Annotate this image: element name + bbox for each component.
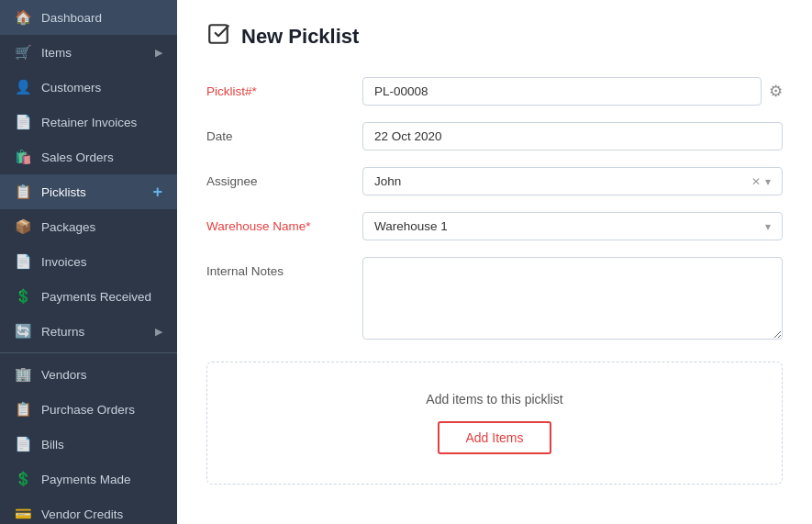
sidebar-item-label: Payments Made bbox=[41, 473, 131, 486]
returns-icon: 🔄 bbox=[15, 323, 32, 340]
customers-icon: 👤 bbox=[15, 79, 32, 95]
assignee-value: John bbox=[374, 174, 401, 188]
page-title: New Picklist bbox=[241, 25, 359, 49]
assignee-select[interactable]: John ✕ ▾ bbox=[362, 167, 783, 195]
add-items-prompt: Add items to this picklist bbox=[426, 392, 562, 407]
warehouse-select-icons: ▾ bbox=[765, 220, 771, 233]
main-content: New Picklist Picklist#* ⚙ Date Assignee … bbox=[177, 0, 812, 524]
sidebar-item-items[interactable]: 🛒 Items ▶ bbox=[0, 35, 177, 70]
sidebar-item-label: Customers bbox=[41, 81, 101, 95]
purchase-orders-icon: 📋 bbox=[15, 401, 32, 418]
payments-made-icon: 💲 bbox=[15, 471, 32, 487]
add-items-button[interactable]: Add Items bbox=[438, 421, 551, 454]
picklist-row: Picklist#* ⚙ bbox=[206, 77, 783, 106]
warehouse-select[interactable]: Warehouse 1 ▾ bbox=[362, 212, 783, 240]
sidebar-item-picklists[interactable]: 📋 Picklists + bbox=[0, 174, 177, 209]
assignee-row: Assignee John ✕ ▾ bbox=[206, 167, 783, 195]
sidebar-item-purchase-orders[interactable]: 📋 Purchase Orders bbox=[0, 392, 177, 427]
sidebar: 🏠 Dashboard 🛒 Items ▶ 👤 Customers 📄 Reta… bbox=[0, 0, 177, 524]
page-header: New Picklist bbox=[206, 22, 783, 51]
notes-row: Internal Notes bbox=[206, 257, 783, 340]
date-input[interactable] bbox=[362, 122, 783, 151]
date-label: Date bbox=[206, 122, 362, 143]
sidebar-item-label: Vendors bbox=[41, 368, 87, 382]
sidebar-item-sales-orders[interactable]: 🛍️ Sales Orders bbox=[0, 139, 177, 174]
picklist-input[interactable] bbox=[362, 77, 762, 106]
sidebar-item-label: Retainer Invoices bbox=[41, 116, 137, 129]
sidebar-item-invoices[interactable]: 📄 Invoices bbox=[0, 244, 177, 279]
sidebar-item-packages[interactable]: 📦 Packages bbox=[0, 209, 177, 244]
notes-field bbox=[362, 257, 783, 340]
warehouse-value: Warehouse 1 bbox=[374, 219, 448, 233]
chevron-right-icon: ▶ bbox=[155, 47, 162, 59]
sidebar-item-label: Returns bbox=[41, 325, 84, 339]
vendor-credits-icon: 💳 bbox=[15, 506, 32, 522]
sidebar-item-label: Dashboard bbox=[41, 11, 102, 25]
assignee-select-icons: ✕ ▾ bbox=[751, 175, 771, 188]
date-field bbox=[362, 122, 783, 151]
sidebar-item-label: Sales Orders bbox=[41, 151, 114, 164]
sidebar-item-label: Purchase Orders bbox=[41, 403, 135, 417]
sidebar-item-payments-made[interactable]: 💲 Payments Made bbox=[0, 462, 177, 496]
gear-icon[interactable]: ⚙ bbox=[769, 82, 783, 101]
sidebar-item-label: Picklists bbox=[41, 185, 86, 199]
sidebar-item-retainer-invoices[interactable]: 📄 Retainer Invoices bbox=[0, 105, 177, 139]
picklist-label: Picklist#* bbox=[206, 77, 362, 98]
payments-received-icon: 💲 bbox=[15, 288, 32, 305]
chevron-down-icon: ▾ bbox=[765, 220, 771, 233]
notes-label: Internal Notes bbox=[206, 257, 362, 278]
svg-rect-0 bbox=[209, 25, 228, 43]
retainer-invoices-icon: 📄 bbox=[15, 114, 32, 130]
picklist-header-icon bbox=[206, 22, 230, 51]
add-items-section: Add items to this picklist Add Items bbox=[206, 362, 783, 485]
sidebar-item-label: Payments Received bbox=[41, 290, 151, 304]
items-icon: 🛒 bbox=[15, 44, 32, 61]
sidebar-item-dashboard[interactable]: 🏠 Dashboard bbox=[0, 0, 177, 35]
chevron-down-icon: ▾ bbox=[765, 175, 771, 188]
packages-icon: 📦 bbox=[15, 218, 32, 235]
sidebar-item-bills[interactable]: 📄 Bills bbox=[0, 427, 177, 462]
sidebar-item-label: Items bbox=[41, 46, 72, 60]
date-row: Date bbox=[206, 122, 783, 151]
vendors-icon: 🏢 bbox=[15, 366, 32, 383]
assignee-label: Assignee bbox=[206, 167, 362, 188]
sales-orders-icon: 🛍️ bbox=[15, 149, 32, 165]
sidebar-item-vendor-credits[interactable]: 💳 Vendor Credits bbox=[0, 496, 177, 524]
warehouse-label: Warehouse Name* bbox=[206, 212, 362, 233]
add-picklist-button[interactable]: + bbox=[152, 184, 162, 200]
sidebar-item-label: Vendor Credits bbox=[41, 507, 123, 521]
chevron-right-icon: ▶ bbox=[155, 326, 162, 338]
sidebar-item-label: Packages bbox=[41, 220, 95, 234]
clear-icon[interactable]: ✕ bbox=[751, 175, 761, 188]
sidebar-item-vendors[interactable]: 🏢 Vendors bbox=[0, 357, 177, 392]
sidebar-item-customers[interactable]: 👤 Customers bbox=[0, 70, 177, 105]
dashboard-icon: 🏠 bbox=[15, 9, 32, 26]
picklist-field: ⚙ bbox=[362, 77, 783, 106]
notes-input[interactable] bbox=[362, 257, 783, 340]
picklists-icon: 📋 bbox=[15, 184, 32, 200]
invoices-icon: 📄 bbox=[15, 253, 32, 270]
sidebar-item-label: Invoices bbox=[41, 255, 87, 269]
sidebar-item-payments-received[interactable]: 💲 Payments Received bbox=[0, 279, 177, 314]
bills-icon: 📄 bbox=[15, 436, 32, 452]
warehouse-field: Warehouse 1 ▾ bbox=[362, 212, 783, 240]
sidebar-item-label: Bills bbox=[41, 438, 64, 452]
assignee-field: John ✕ ▾ bbox=[362, 167, 783, 195]
warehouse-row: Warehouse Name* Warehouse 1 ▾ bbox=[206, 212, 783, 240]
sidebar-item-returns[interactable]: 🔄 Returns ▶ bbox=[0, 314, 177, 349]
